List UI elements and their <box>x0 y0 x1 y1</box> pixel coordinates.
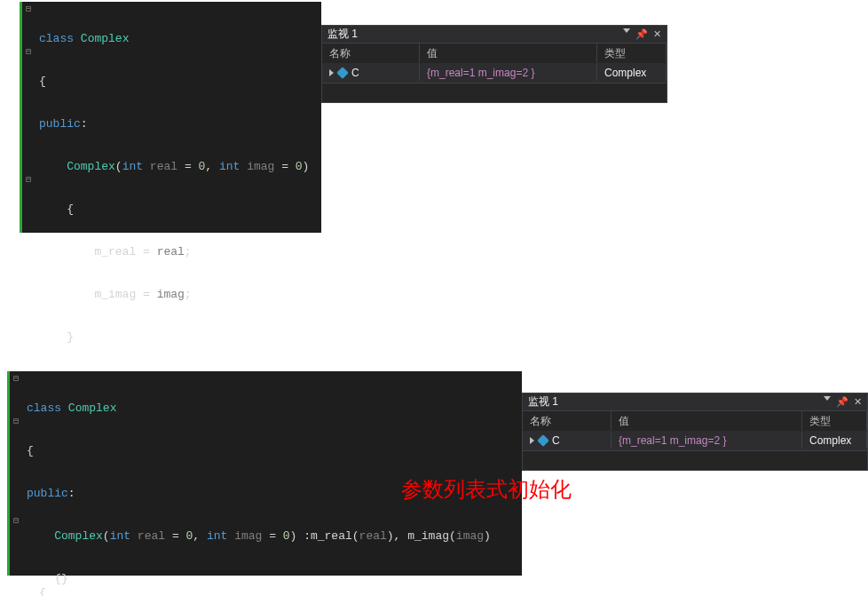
code-editor-1[interactable]: ⊟ ⊟ ⊟ class Complex { public: Complex(in… <box>20 2 321 233</box>
watch-row[interactable]: C {m_real=1 m_imag=2 } Complex <box>322 63 667 83</box>
semi: ; <box>185 288 192 301</box>
watch-titlebar[interactable]: 监视 1 📌 ✕ <box>322 26 667 44</box>
code-area[interactable]: class Complex { public: Complex(int real… <box>23 371 522 576</box>
watch-empty-row[interactable] <box>322 83 667 102</box>
comma: , <box>205 160 219 173</box>
watch-window-1[interactable]: 监视 1 📌 ✕ 名称 值 类型 C {m_real=1 m_imag=2 } … <box>321 25 667 103</box>
gutter: ⊟ ⊟ ⊟ <box>7 371 23 576</box>
watch-titlebar[interactable]: 监视 1 📌 ✕ <box>523 393 867 411</box>
paren: ) <box>484 529 491 543</box>
number: 0 <box>283 529 290 543</box>
col-name-header[interactable]: 名称 <box>322 44 420 63</box>
brace: {} <box>27 572 518 586</box>
var-type: Complex <box>597 65 667 81</box>
keyword: class <box>27 401 61 415</box>
eq: = <box>165 529 185 543</box>
dropdown-icon[interactable] <box>623 28 630 33</box>
type: Complex <box>68 401 117 415</box>
type-kw: int <box>122 160 143 173</box>
brace: { <box>39 75 318 89</box>
comma: , <box>193 529 207 543</box>
watch-window-2[interactable]: 监视 1 📌 ✕ 名称 值 类型 C {m_real=1 m_imag=2 } … <box>522 393 868 471</box>
var-value: {m_real=1 m_imag=2 } <box>420 65 597 81</box>
pin-icon[interactable]: 📌 <box>635 28 648 40</box>
punct: : <box>68 487 75 500</box>
code-area[interactable]: class Complex { public: Complex(int real… <box>36 2 321 233</box>
col-name-header[interactable]: 名称 <box>523 411 612 431</box>
ctor: Complex <box>54 529 103 543</box>
param: real <box>157 245 185 258</box>
watch-header: 名称 值 类型 <box>322 44 667 63</box>
type-kw: int <box>219 160 240 173</box>
paren: ) : <box>290 529 311 543</box>
object-icon <box>336 67 349 79</box>
ctor: Complex <box>67 160 115 173</box>
col-value-header[interactable]: 值 <box>612 411 802 431</box>
col-value-header[interactable]: 值 <box>420 44 597 63</box>
param: real <box>138 529 165 543</box>
col-type-header[interactable]: 类型 <box>597 44 667 63</box>
number: 0 <box>296 160 303 173</box>
brace: { <box>39 203 318 217</box>
param: imag <box>157 288 185 301</box>
param: imag <box>456 529 484 543</box>
eq: = <box>262 529 282 543</box>
paren: ( <box>352 529 359 543</box>
col-type-header[interactable]: 类型 <box>802 411 867 431</box>
type-kw: int <box>207 529 227 543</box>
var-name: C <box>552 434 560 447</box>
var-value: {m_real=1 m_imag=2 } <box>612 433 802 449</box>
type-kw: int <box>110 529 130 543</box>
keyword: public <box>39 117 81 131</box>
punct: : <box>81 117 88 131</box>
var-type: Complex <box>802 433 867 449</box>
expand-icon[interactable] <box>530 437 534 444</box>
eq: = <box>274 160 295 173</box>
watch-empty-row[interactable] <box>523 450 867 470</box>
watch-header: 名称 值 类型 <box>523 411 867 431</box>
param: real <box>150 160 178 173</box>
code-editor-2[interactable]: ⊟ ⊟ ⊟ class Complex { public: Complex(in… <box>7 371 522 576</box>
fold-icon[interactable]: ⊟ <box>24 2 33 16</box>
semi: ; <box>185 245 192 258</box>
watch-title: 监视 1 <box>327 27 623 42</box>
stmt: m_imag = <box>39 288 157 301</box>
fold-icon[interactable]: ⊟ <box>24 44 33 59</box>
keyword: class <box>39 32 74 45</box>
eq: = <box>178 160 198 173</box>
fold-icon[interactable]: ⊟ <box>12 371 20 385</box>
keyword: public <box>27 487 68 500</box>
expand-icon[interactable] <box>329 69 334 76</box>
fold-icon[interactable]: ⊟ <box>12 513 20 528</box>
param: imag <box>247 160 274 173</box>
param: imag <box>234 529 262 543</box>
object-icon <box>537 434 549 447</box>
var-name: C <box>351 67 359 79</box>
init: m_imag <box>407 529 449 543</box>
close-icon[interactable]: ✕ <box>653 28 661 40</box>
stmt: m_real = <box>39 245 157 258</box>
param: real <box>359 529 387 543</box>
paren: ) <box>303 160 310 173</box>
dropdown-icon[interactable] <box>824 396 831 401</box>
init: m_real <box>311 529 352 543</box>
gutter: ⊟ ⊟ ⊟ <box>20 2 36 233</box>
type: Complex <box>81 32 130 45</box>
fold-icon[interactable]: ⊟ <box>12 414 20 428</box>
pin-icon[interactable]: 📌 <box>836 396 848 408</box>
paren: ( <box>449 529 456 543</box>
paren: ), <box>387 529 407 543</box>
watch-title: 监视 1 <box>528 394 824 409</box>
brace: } <box>39 330 318 345</box>
watch-row[interactable]: C {m_real=1 m_imag=2 } Complex <box>523 431 867 450</box>
brace: { <box>27 444 518 458</box>
fold-icon[interactable]: ⊟ <box>24 172 33 187</box>
close-icon[interactable]: ✕ <box>854 396 862 408</box>
annotation-text: 参数列表式初始化 <box>401 475 572 504</box>
